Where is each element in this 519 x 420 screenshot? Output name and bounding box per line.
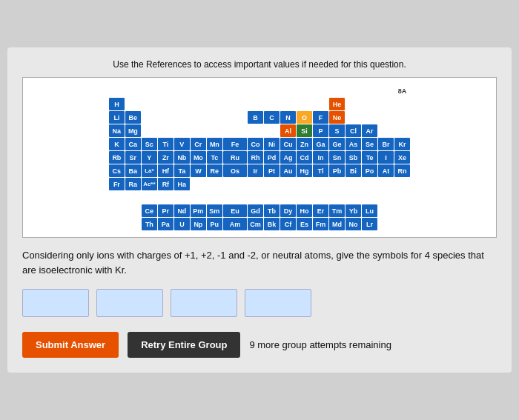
pt-Pt: Pt — [264, 164, 280, 177]
pt-Tm: Tm — [329, 204, 345, 217]
pt-Bi: Bi — [346, 164, 361, 177]
pt-Co: Co — [248, 138, 263, 150]
pt-Mn: Mn — [207, 138, 222, 150]
pt-Kr: Kr — [394, 138, 410, 150]
pt-Yb: Yb — [346, 204, 361, 217]
pt-K: K — [109, 138, 125, 150]
pt-Nd: Nd — [174, 204, 190, 217]
pt-Ru: Ru — [223, 151, 247, 164]
pt-Fe: Fe — [223, 138, 247, 150]
pt-N: N — [280, 111, 296, 124]
retry-button[interactable]: Retry Entire Group — [128, 332, 240, 358]
pt-I: I — [378, 151, 394, 164]
pt-Am: Am — [223, 218, 247, 230]
pt-Nb: Nb — [174, 151, 190, 164]
pt-Na: Na — [109, 124, 125, 137]
pt-C: C — [264, 111, 280, 124]
pt-As: As — [346, 138, 361, 150]
pt-Ra: Ra — [125, 178, 141, 190]
answer-box-2[interactable] — [96, 289, 163, 317]
pt-P: P — [313, 124, 328, 137]
pt-Cs: Cs — [109, 164, 125, 177]
pt-Ga: Ga — [313, 138, 328, 150]
pt-Cf: Cf — [280, 218, 296, 230]
pt-Ca: Ca — [125, 138, 141, 150]
pt-Fm: Fm — [313, 218, 328, 230]
pt-Bk: Bk — [264, 218, 280, 230]
pt-Sb: Sb — [346, 151, 361, 164]
pt-Au: Au — [280, 164, 296, 177]
pt-No: No — [346, 218, 361, 230]
pt-Md: Md — [329, 218, 345, 230]
pt-In: In — [313, 151, 328, 164]
pt-Ho: Ho — [297, 204, 312, 217]
pt-Y: Y — [142, 151, 157, 164]
bottom-bar: Submit Answer Retry Entire Group 9 more … — [22, 332, 497, 358]
pt-Be: Be — [125, 111, 141, 124]
pt-Ir: Ir — [248, 164, 263, 177]
pt-Pm: Pm — [191, 204, 206, 217]
pt-Ti: Ti — [158, 138, 173, 150]
pt-Fr: Fr — [109, 178, 125, 190]
pt-Ce: Ce — [142, 204, 157, 217]
pt-Ne: Ne — [329, 111, 345, 124]
pt-Re: Re — [207, 164, 222, 177]
pt-Cr: Cr — [191, 138, 206, 150]
pt-Pd: Pd — [264, 151, 280, 164]
pt-He: He — [329, 98, 345, 110]
pt-Rh: Rh — [248, 151, 263, 164]
periodic-table: 1A — [22, 77, 497, 238]
pt-Rf: Rf — [158, 178, 173, 190]
pt-Cu: Cu — [280, 138, 296, 150]
pt-Rb: Rb — [109, 151, 125, 164]
pt-B: B — [248, 111, 263, 124]
pt-Xe: Xe — [394, 151, 410, 164]
pt-Cm: Cm — [248, 218, 263, 230]
pt-U: U — [174, 218, 190, 230]
instructions-text: Use the References to access important v… — [22, 59, 497, 70]
pt-F: F — [313, 111, 328, 124]
pt-Gd: Gd — [248, 204, 263, 217]
pt-Lr: Lr — [362, 218, 377, 230]
attempts-text: 9 more group attempts remaining — [249, 339, 391, 350]
pt-Sr: Sr — [125, 151, 141, 164]
pt-Br: Br — [378, 138, 394, 150]
answer-box-4[interactable] — [245, 289, 311, 317]
pt-Tb: Tb — [264, 204, 280, 217]
pt-Lu: Lu — [362, 204, 377, 217]
pt-Mg: Mg — [125, 124, 141, 137]
pt-Sc: Sc — [142, 138, 157, 150]
pt-Ni: Ni — [264, 138, 280, 150]
pt-Rn: Rn — [394, 164, 410, 177]
pt-Te: Te — [362, 151, 377, 164]
pt-Np: Np — [191, 218, 206, 230]
answer-box-1[interactable] — [22, 289, 89, 317]
submit-button[interactable]: Submit Answer — [22, 332, 119, 358]
pt-Pr: Pr — [158, 204, 173, 217]
pt-Ha: Ha — [174, 178, 190, 190]
pt-Hf: Hf — [158, 164, 173, 177]
pt-Dy: Dy — [280, 204, 296, 217]
pt-Ge: Ge — [329, 138, 345, 150]
pt-Sn: Sn — [329, 151, 345, 164]
answer-boxes-container — [22, 289, 497, 317]
pt-H: H — [109, 98, 125, 110]
pt-Pu: Pu — [207, 218, 222, 230]
pt-Eu: Eu — [223, 204, 247, 217]
pt-Es: Es — [297, 218, 312, 230]
pt-Ar: Ar — [362, 124, 377, 137]
pt-Ba: Ba — [125, 164, 141, 177]
pt-V: V — [174, 138, 190, 150]
pt-At: At — [378, 164, 394, 177]
pt-Zn: Zn — [297, 138, 312, 150]
pt-Se: Se — [362, 138, 377, 150]
answer-box-3[interactable] — [171, 289, 237, 317]
pt-Tl: Tl — [313, 164, 328, 177]
pt-Er: Er — [313, 204, 328, 217]
pt-W: W — [191, 164, 206, 177]
pt-Zr: Zr — [158, 151, 173, 164]
pt-Ac: Ac** — [142, 178, 157, 190]
pt-S: S — [329, 124, 345, 137]
pt-Hg: Hg — [297, 164, 312, 177]
pt-Tc: Tc — [207, 151, 222, 164]
